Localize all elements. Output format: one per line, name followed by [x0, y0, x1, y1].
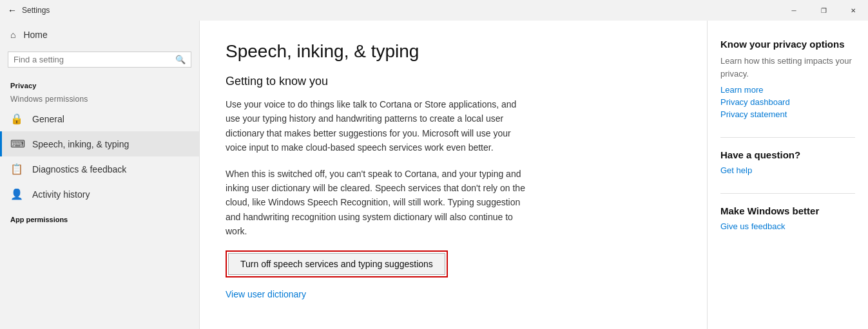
sidebar-item-speech-label: Speech, inking, & typing — [32, 139, 129, 149]
turn-off-button[interactable]: Turn off speech services and typing sugg… — [228, 253, 445, 275]
page-title: Speech, inking, & typing — [226, 41, 681, 62]
home-icon: ⌂ — [10, 30, 15, 40]
sidebar-item-speech[interactable]: ⌨ Speech, inking, & typing — [0, 131, 199, 156]
sidebar-item-activity-label: Activity history — [32, 189, 90, 200]
have-question-title: Have a question? — [720, 149, 855, 160]
diagnostics-icon: 📋 — [10, 163, 23, 175]
learn-more-link[interactable]: Learn more — [720, 85, 855, 95]
titlebar-title: Settings — [22, 6, 50, 15]
app-permissions-label: App permissions — [0, 207, 199, 226]
sidebar-item-activity[interactable]: 👤 Activity history — [0, 182, 199, 207]
know-privacy-desc: Learn how this setting impacts your priv… — [720, 55, 855, 80]
sidebar-item-general-label: General — [32, 114, 64, 124]
minimize-button[interactable]: ─ — [779, 0, 809, 21]
back-icon[interactable]: ← — [8, 5, 17, 15]
search-icon: 🔍 — [175, 55, 186, 64]
app-body: ⌂ Home 🔍 Privacy Windows permissions 🔒 G… — [0, 21, 868, 329]
main-content: Speech, inking, & typing Getting to know… — [200, 21, 707, 329]
privacy-statement-link[interactable]: Privacy statement — [720, 109, 855, 119]
close-button[interactable]: ✕ — [838, 0, 868, 21]
know-privacy-section: Know your privacy options Learn how this… — [720, 39, 855, 119]
description-paragraph2: When this is switched off, you can't spe… — [226, 167, 528, 239]
sidebar-item-diagnostics-label: Diagnostics & feedback — [32, 164, 126, 174]
sidebar-item-general[interactable]: 🔒 General — [0, 106, 199, 131]
know-privacy-title: Know your privacy options — [720, 39, 855, 50]
titlebar: ← Settings ─ ❐ ✕ — [0, 0, 868, 21]
general-icon: 🔒 — [10, 113, 23, 125]
privacy-section-label: Privacy — [0, 73, 199, 92]
make-better-title: Make Windows better — [720, 205, 855, 216]
view-dictionary-link[interactable]: View user dictionary — [226, 289, 306, 299]
activity-icon: 👤 — [10, 188, 23, 200]
right-panel: Know your privacy options Learn how this… — [707, 21, 868, 329]
sidebar-home-item[interactable]: ⌂ Home — [0, 23, 199, 46]
search-box: 🔍 — [8, 52, 191, 68]
privacy-dashboard-link[interactable]: Privacy dashboard — [720, 97, 855, 107]
give-feedback-link[interactable]: Give us feedback — [720, 221, 855, 231]
section-title: Getting to know you — [226, 75, 681, 88]
titlebar-controls: ─ ❐ ✕ — [779, 0, 868, 21]
turn-off-button-wrapper: Turn off speech services and typing sugg… — [226, 250, 448, 277]
divider1 — [720, 137, 855, 138]
restore-button[interactable]: ❐ — [809, 0, 838, 21]
divider2 — [720, 193, 855, 194]
make-better-section: Make Windows better Give us feedback — [720, 205, 855, 231]
windows-permissions-label: Windows permissions — [0, 92, 199, 106]
have-question-section: Have a question? Get help — [720, 149, 855, 175]
titlebar-left: ← Settings — [8, 5, 50, 15]
sidebar: ⌂ Home 🔍 Privacy Windows permissions 🔒 G… — [0, 21, 200, 329]
speech-icon: ⌨ — [10, 138, 23, 150]
get-help-link[interactable]: Get help — [720, 165, 855, 175]
description-paragraph1: Use your voice to do things like talk to… — [226, 97, 528, 155]
sidebar-item-diagnostics[interactable]: 📋 Diagnostics & feedback — [0, 156, 199, 182]
search-input[interactable] — [14, 55, 171, 64]
sidebar-home-label: Home — [23, 30, 47, 40]
